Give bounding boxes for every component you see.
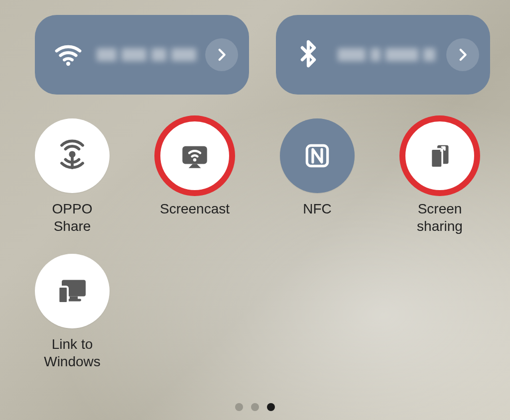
wifi-ssid-redacted <box>97 48 199 61</box>
nfc-label: NFC <box>303 200 332 217</box>
screen-sharing-icon <box>425 141 455 171</box>
screencast-tile[interactable]: Screencast <box>157 118 232 235</box>
screen-sharing-tile[interactable]: Screensharing <box>402 118 477 235</box>
quick-settings-panel: OPPO Share Screencast <box>0 0 510 420</box>
screencast-icon <box>178 139 211 172</box>
link-to-windows-tile[interactable]: Link toWindows <box>35 254 110 370</box>
nfc-icon <box>302 140 333 171</box>
svg-rect-7 <box>431 149 443 168</box>
page-indicator <box>235 403 275 411</box>
bluetooth-icon <box>294 39 325 70</box>
broadcast-icon <box>54 138 90 174</box>
screencast-label: Screencast <box>160 200 230 217</box>
bluetooth-details-button[interactable] <box>446 38 479 71</box>
oppo-share-label: OPPO Share <box>35 200 110 235</box>
wifi-icon <box>53 39 84 70</box>
svg-rect-11 <box>58 287 68 303</box>
svg-point-0 <box>66 62 70 66</box>
bluetooth-tile[interactable] <box>276 15 490 95</box>
oppo-share-tile[interactable]: OPPO Share <box>35 118 110 235</box>
link-to-windows-label: Link toWindows <box>44 335 101 370</box>
nfc-tile[interactable]: NFC <box>280 118 355 235</box>
screen-sharing-label: Screensharing <box>417 200 463 235</box>
wifi-tile[interactable] <box>35 15 249 95</box>
svg-point-4 <box>193 158 197 162</box>
wifi-details-button[interactable] <box>205 38 238 71</box>
link-to-windows-icon <box>54 273 90 309</box>
bluetooth-device-redacted <box>338 48 440 61</box>
